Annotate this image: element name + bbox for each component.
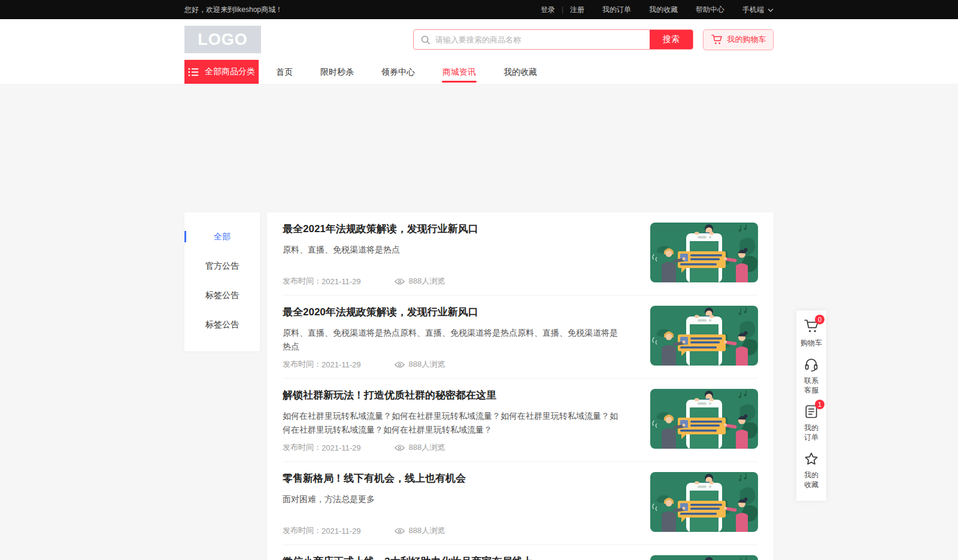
float-my-favorites-item[interactable]: 我的收藏	[804, 451, 819, 489]
publish-date: 2021-11-29	[322, 277, 361, 286]
logo[interactable]: LOGO	[184, 26, 261, 53]
publish-date: 2021-11-29	[322, 360, 361, 369]
sidebar-item-official-notice[interactable]: 官方公告	[184, 251, 260, 281]
search-icon	[420, 35, 431, 45]
article-meta: 发布时间： 2021-11-29 888人浏览	[283, 276, 624, 287]
nav-item-flash-sale[interactable]: 限时秒杀	[307, 60, 368, 84]
chevron-down-icon	[768, 5, 774, 14]
register-link[interactable]: 注册	[570, 5, 584, 15]
headset-icon	[804, 357, 819, 372]
my-orders-link[interactable]: 我的订单	[602, 5, 631, 15]
float-my-orders-item[interactable]: 1 我的订单	[804, 404, 819, 442]
order-list-icon: 1	[804, 404, 819, 419]
my-cart-button[interactable]: 我的购物车	[703, 29, 774, 50]
all-categories-button[interactable]: 全部商品分类	[184, 60, 259, 84]
nav-item-my-favorites[interactable]: 我的收藏	[490, 60, 551, 84]
eye-icon	[395, 445, 405, 451]
cart-badge: 0	[815, 315, 824, 324]
search-button[interactable]: 搜索	[650, 29, 693, 50]
article-title: 最全2020年法规政策解读，发现行业新风口	[283, 306, 624, 319]
nav-item-home[interactable]: 首页	[262, 60, 307, 84]
sidebar-item-tag-notice-2[interactable]: 标签公告	[184, 310, 260, 339]
article-row[interactable]: 解锁社群新玩法！打造优质社群的秘密都在这里 如何在社群里玩转私域流量？如何在社群…	[283, 379, 758, 462]
star-icon	[804, 451, 819, 467]
article-summary: 原料、直播、免税渠道将是热点原料、直播、免税渠道将是热点原料、直播、免税渠道将是…	[283, 326, 624, 354]
views-count: 888人浏览	[409, 442, 445, 453]
eye-icon	[395, 528, 405, 534]
article-row[interactable]: 零售新格局！线下有机会，线上也有机会 面对困难，方法总是更多 发布时间： 202…	[283, 462, 758, 545]
topbar: 您好，欢迎来到likeshop商城！ 登录 | 注册 我的订单 我的收藏 帮助中…	[0, 0, 958, 19]
views-count: 888人浏览	[409, 276, 445, 287]
article-summary: 面对困难，方法总是更多	[283, 492, 624, 506]
publish-date: 2021-11-29	[322, 526, 361, 535]
nav-items: 首页 限时秒杀 领券中心 商城资讯 我的收藏	[262, 60, 551, 84]
article-thumbnail	[650, 472, 758, 532]
article-summary: 原料、直播、免税渠道将是热点	[283, 243, 624, 257]
article-title: 解锁社群新玩法！打造优质社群的秘密都在这里	[283, 389, 624, 402]
article-thumbnail	[650, 555, 758, 560]
publish-label: 发布时间：	[283, 442, 322, 453]
article-thumbnail	[650, 389, 758, 449]
publish-date: 2021-11-29	[322, 443, 361, 452]
topbar-divider: |	[562, 5, 563, 14]
orders-badge: 1	[815, 400, 824, 409]
views-count: 888人浏览	[409, 525, 445, 536]
news-category-sidebar: 全部 官方公告 标签公告 标签公告	[184, 212, 260, 351]
article-summary: 如何在社群里玩转私域流量？如何在社群里玩转私域流量？如何在社群里玩转私域流量？如…	[283, 409, 624, 437]
sidebar-item-all[interactable]: 全部	[184, 222, 260, 251]
help-center-link[interactable]: 帮助中心	[696, 5, 724, 15]
cart-icon: 0	[804, 319, 819, 334]
login-link[interactable]: 登录	[541, 5, 555, 15]
sidebar-item-tag-notice-1[interactable]: 标签公告	[184, 281, 260, 310]
article-thumbnail	[650, 223, 758, 282]
publish-label: 发布时间：	[283, 276, 322, 287]
my-favorites-link[interactable]: 我的收藏	[649, 5, 678, 15]
cart-icon	[711, 34, 723, 45]
article-title: 零售新格局！线下有机会，线上也有机会	[283, 472, 624, 485]
publish-label: 发布时间：	[283, 525, 322, 536]
article-row[interactable]: 最全2020年法规政策解读，发现行业新风口 原料、直播、免税渠道将是热点原料、直…	[283, 296, 758, 379]
search-box: 搜索	[413, 29, 693, 50]
nav-item-coupon-center[interactable]: 领券中心	[368, 60, 429, 84]
main-nav: 全部商品分类 首页 限时秒杀 领券中心 商城资讯 我的收藏	[0, 60, 958, 84]
article-row[interactable]: 微信小商店正式上线，3大利好助力化妆品商家布局线上 发布时间： 2021-11-…	[283, 545, 758, 560]
views-count: 888人浏览	[409, 359, 445, 370]
nav-item-mall-news[interactable]: 商城资讯	[429, 60, 490, 84]
news-list: 最全2021年法规政策解读，发现行业新风口 原料、直播、免税渠道将是热点 发布时…	[267, 212, 774, 560]
topbar-links: 登录 | 注册 我的订单 我的收藏 帮助中心 手机端	[541, 5, 774, 15]
article-meta: 发布时间： 2021-11-29 888人浏览	[283, 359, 624, 370]
header: LOGO 搜索 我的购物车	[0, 19, 958, 60]
article-thumbnail	[650, 306, 758, 366]
eye-icon	[395, 278, 405, 285]
article-title: 最全2021年法规政策解读，发现行业新风口	[283, 223, 624, 236]
eye-icon	[395, 361, 405, 368]
float-cart-item[interactable]: 0 购物车	[801, 319, 822, 348]
article-row[interactable]: 最全2021年法规政策解读，发现行业新风口 原料、直播、免税渠道将是热点 发布时…	[283, 212, 758, 296]
floating-tools-panel: 0 购物车 联系客服 1 我的订单 我的收藏	[796, 311, 826, 501]
article-title: 微信小商店正式上线，3大利好助力化妆品商家布局线上	[283, 555, 624, 560]
article-meta: 发布时间： 2021-11-29 888人浏览	[283, 442, 624, 453]
welcome-text: 您好，欢迎来到likeshop商城！	[184, 5, 283, 15]
mobile-link[interactable]: 手机端	[742, 5, 774, 15]
float-contact-service-item[interactable]: 联系客服	[804, 357, 819, 395]
category-list-icon	[188, 68, 199, 77]
search-input[interactable]	[431, 30, 650, 49]
publish-label: 发布时间：	[283, 359, 322, 370]
article-meta: 发布时间： 2021-11-29 888人浏览	[283, 525, 624, 536]
